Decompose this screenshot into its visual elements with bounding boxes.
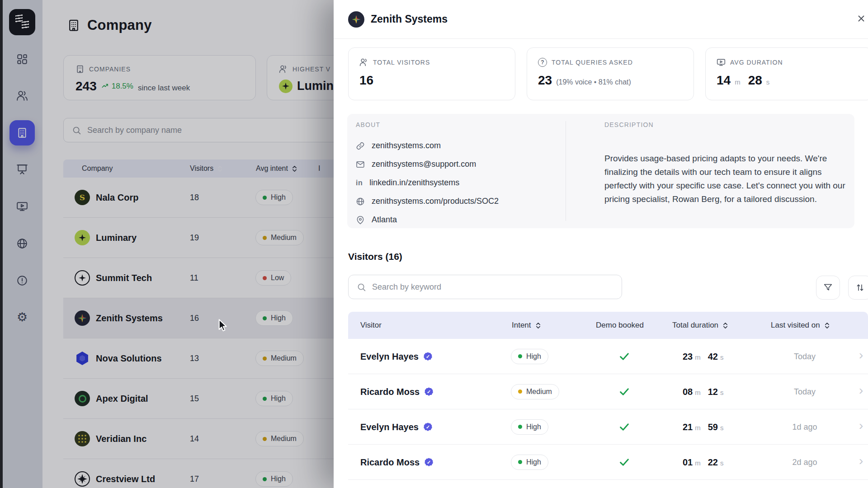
- visitor-row[interactable]: Ricardo Moss✓ Medium 08m 12s Today ›: [348, 374, 868, 409]
- last-visited: Today: [773, 352, 836, 361]
- demo-booked-check-icon: [619, 386, 630, 397]
- total-duration: 21m 59s: [683, 422, 724, 432]
- visitors-heading: Visitors (16): [348, 251, 402, 262]
- section-divider: [566, 121, 566, 221]
- sort-icon: [535, 322, 541, 329]
- close-button[interactable]: [852, 9, 868, 28]
- mail-icon: [356, 160, 365, 169]
- visitor-name: Evelyn Hayes✓: [360, 422, 432, 432]
- stat-label: TOTAL VISITORS: [373, 59, 430, 66]
- filter-button[interactable]: [816, 276, 840, 300]
- total-duration: 01m 22s: [683, 457, 724, 467]
- col-intent[interactable]: Intent: [512, 321, 541, 330]
- duration-minutes: 14: [717, 73, 731, 88]
- question-chat-icon: ?: [538, 58, 547, 67]
- last-visited: 1d ago: [773, 422, 836, 432]
- description-label: DESCRIPTION: [604, 121, 654, 128]
- total-duration: 23m 42s: [683, 351, 724, 361]
- stat-note: (19% voice • 81% chat): [556, 78, 631, 86]
- total-duration: 08m 12s: [683, 386, 724, 397]
- intent-badge: High: [511, 349, 548, 364]
- visitor-search-input[interactable]: [372, 282, 613, 292]
- demo-booked-check-icon: [619, 457, 630, 468]
- stat-label: TOTAL QUERIES ASKED: [552, 59, 633, 66]
- visitors-table-header: Visitor Intent Demo booked Total duratio…: [348, 312, 868, 339]
- stat-card-total-visitors: TOTAL VISITORS 16: [348, 47, 515, 100]
- verified-badge-icon: ✓: [425, 458, 433, 466]
- chevron-right-icon[interactable]: ›: [859, 418, 863, 433]
- visitor-row[interactable]: Evelyn Hayes✓ High 21m 59s 1d ago ›: [348, 409, 868, 445]
- panel-title: Zenith Systems: [371, 13, 448, 25]
- visitor-name: Evelyn Hayes✓: [360, 351, 432, 361]
- stat-value: 16: [359, 73, 373, 88]
- intent-badge: Medium: [511, 384, 559, 399]
- about-label: ABOUT: [356, 121, 380, 128]
- globe-icon: [356, 197, 365, 206]
- screen: ⚙ Company COMPANIES 243 18.5% since last…: [0, 0, 868, 488]
- visitor-row[interactable]: Ricardo Moss✓ High 01m 22s 2d ago ›: [348, 445, 868, 480]
- pin-icon: [356, 216, 365, 225]
- company-detail-panel: Zenith Systems TOTAL VISITORS 16 ? TOTAL…: [334, 0, 868, 488]
- about-section: ABOUT zenithsystems.com zenithsystems@su…: [347, 114, 854, 228]
- unit-s: s: [766, 78, 770, 86]
- chevron-right-icon[interactable]: ›: [859, 383, 863, 398]
- demo-booked-check-icon: [619, 351, 630, 362]
- link-icon: [356, 141, 365, 150]
- visitor-name: Ricardo Moss✓: [360, 457, 433, 467]
- panel-header: Zenith Systems: [334, 0, 868, 39]
- linkedin-icon: in: [356, 179, 363, 187]
- users-icon: [359, 58, 368, 67]
- email-link[interactable]: zenithsystems@support.com: [356, 155, 499, 174]
- last-visited: 2d ago: [773, 457, 836, 467]
- search-icon: [357, 282, 366, 292]
- description-text: Provides usage-based pricing adapts to y…: [604, 152, 856, 206]
- intent-badge: High: [511, 419, 548, 435]
- col-demo-booked: Demo booked: [596, 321, 644, 330]
- arrows-up-down-icon: [855, 283, 865, 292]
- last-visited: Today: [773, 387, 836, 396]
- stat-value: 23: [538, 73, 552, 88]
- zenith-systems-logo: [348, 11, 364, 28]
- stat-card-avg-duration: AVG DURATION 14 m 28 s: [705, 47, 868, 100]
- location-item: Atlanta: [356, 211, 499, 229]
- demo-booked-check-icon: [619, 422, 630, 432]
- unit-m: m: [735, 78, 741, 86]
- col-visitor: Visitor: [360, 321, 382, 330]
- col-last-visited[interactable]: Last visited on: [771, 321, 830, 330]
- duration-seconds: 28: [748, 73, 762, 88]
- sort-button[interactable]: [848, 276, 868, 300]
- verified-badge-icon: ✓: [424, 422, 432, 431]
- col-total-duration[interactable]: Total duration: [672, 321, 728, 330]
- stat-label: AVG DURATION: [730, 59, 783, 66]
- product-link[interactable]: zenithsystems.com/products/SOC2: [356, 192, 499, 211]
- visitor-row[interactable]: Evelyn Hayes✓ High 23m 42s Today ›: [348, 339, 868, 374]
- intent-badge: High: [511, 455, 548, 470]
- stat-card-total-queries: ? TOTAL QUERIES ASKED 23 (19% voice • 81…: [527, 47, 694, 100]
- video-display-icon: [717, 58, 726, 67]
- visitor-search: [348, 275, 622, 299]
- sort-icon: [824, 322, 830, 329]
- verified-badge-icon: ✓: [425, 387, 433, 396]
- visitor-name: Ricardo Moss✓: [360, 386, 433, 397]
- linkedin-link[interactable]: in linkedin.in/zenithsystems: [356, 174, 499, 192]
- sort-icon: [722, 322, 728, 329]
- close-icon: [856, 14, 866, 23]
- website-link[interactable]: zenithsystems.com: [356, 136, 499, 155]
- chevron-right-icon[interactable]: ›: [859, 348, 863, 362]
- visitors-table: Visitor Intent Demo booked Total duratio…: [348, 312, 868, 480]
- verified-badge-icon: ✓: [424, 352, 432, 361]
- filter-icon: [823, 283, 833, 292]
- chevron-right-icon[interactable]: ›: [859, 454, 863, 468]
